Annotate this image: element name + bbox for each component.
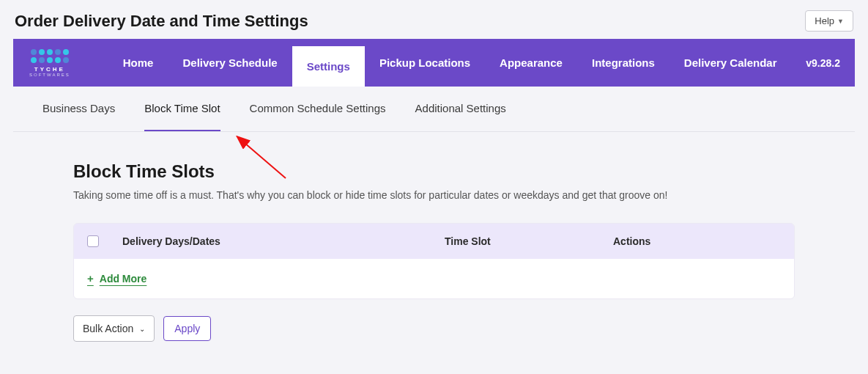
table-header: Delivery Days/Dates Time Slot Actions bbox=[74, 224, 794, 259]
col-time-slot: Time Slot bbox=[445, 235, 613, 247]
version-label: v9.28.2 bbox=[806, 57, 840, 69]
brand-logo: TYCHE SOFTWARES bbox=[13, 49, 86, 77]
logo-subtext: SOFTWARES bbox=[29, 73, 70, 77]
sub-nav: Business Days Block Time Slot Common Sch… bbox=[13, 87, 855, 132]
nav-appearance[interactable]: Appearance bbox=[485, 39, 577, 87]
add-more-button[interactable]: + Add More bbox=[87, 272, 146, 285]
logo-dots-icon bbox=[31, 49, 69, 63]
tab-business-days[interactable]: Business Days bbox=[42, 87, 115, 131]
help-label: Help bbox=[815, 15, 834, 26]
select-all-checkbox[interactable] bbox=[87, 235, 99, 247]
nav-integrations[interactable]: Integrations bbox=[577, 39, 669, 87]
nav-pickup-locations[interactable]: Pickup Locations bbox=[365, 39, 485, 87]
apply-button[interactable]: Apply bbox=[163, 316, 211, 341]
nav-delivery-schedule[interactable]: Delivery Schedule bbox=[168, 39, 292, 87]
nav-delivery-calendar[interactable]: Delivery Calendar bbox=[669, 39, 792, 87]
section-title: Block Time Slots bbox=[73, 161, 795, 182]
bulk-action-label: Bulk Action bbox=[83, 323, 133, 334]
logo-text: TYCHE bbox=[34, 66, 65, 73]
add-more-label: Add More bbox=[100, 273, 147, 285]
col-actions: Actions bbox=[613, 235, 650, 247]
help-button[interactable]: Help ▼ bbox=[805, 10, 853, 32]
tab-common-schedule[interactable]: Common Schedule Settings bbox=[250, 87, 386, 131]
col-delivery: Delivery Days/Dates bbox=[122, 235, 445, 247]
section-description: Taking some time off is a must. That's w… bbox=[73, 189, 795, 201]
chevron-down-icon: ⌄ bbox=[139, 325, 145, 333]
caret-down-icon: ▼ bbox=[837, 18, 844, 25]
block-slots-table: Delivery Days/Dates Time Slot Actions + … bbox=[73, 223, 795, 299]
tab-block-time-slot[interactable]: Block Time Slot bbox=[144, 87, 220, 131]
tab-additional-settings[interactable]: Additional Settings bbox=[415, 87, 506, 131]
bulk-action-select[interactable]: Bulk Action ⌄ bbox=[73, 315, 155, 342]
table-body: + Add More bbox=[74, 259, 794, 298]
nav-home[interactable]: Home bbox=[108, 39, 168, 87]
main-nav: TYCHE SOFTWARES Home Delivery Schedule S… bbox=[13, 39, 855, 87]
nav-settings[interactable]: Settings bbox=[292, 46, 365, 87]
page-title: Order Delivery Date and Time Settings bbox=[15, 12, 308, 31]
plus-icon: + bbox=[87, 272, 94, 285]
